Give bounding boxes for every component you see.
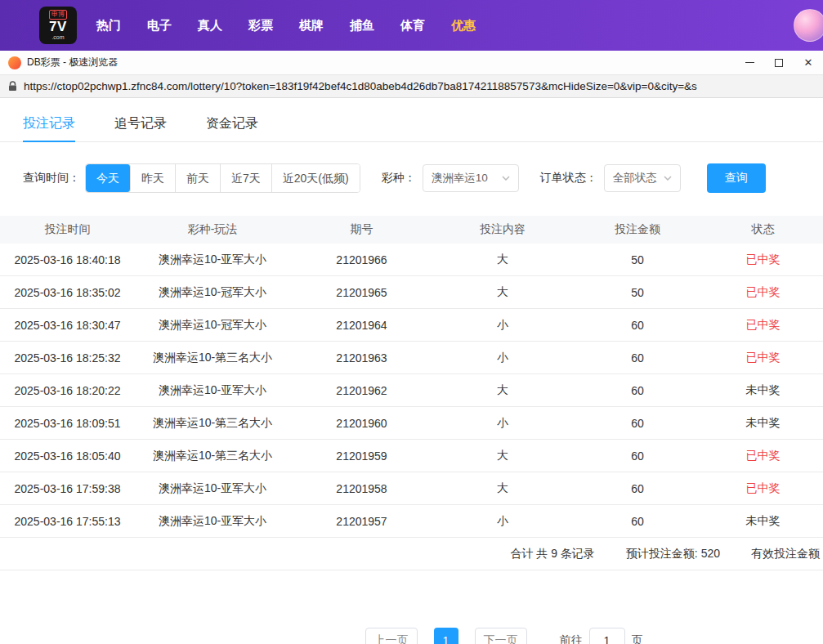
filter-bar: 查询时间： 今天昨天前天近7天近20天(低频) 彩种： 澳洲幸运10 订单状态：… bbox=[0, 163, 823, 193]
user-avatar[interactable] bbox=[794, 9, 823, 42]
cell-bet-content: 大 bbox=[433, 449, 572, 463]
summary-expected-amount: 预计投注金额: 520 bbox=[626, 547, 720, 561]
search-button[interactable]: 查询 bbox=[707, 163, 766, 193]
cell-status: 已中奖 bbox=[703, 351, 823, 365]
time-filter-button[interactable]: 近20天(低频) bbox=[272, 164, 360, 192]
minimize-icon bbox=[745, 62, 754, 63]
url-bar[interactable]: https://ctop02pchwp1.zfnc84.com/lottery/… bbox=[0, 75, 823, 98]
next-page-button[interactable]: 下一页 bbox=[475, 628, 527, 644]
cell-status: 未中奖 bbox=[703, 514, 823, 529]
cell-bet-amount: 60 bbox=[572, 319, 703, 332]
table-row: 2025-03-16 17:55:13澳洲幸运10-亚军大小21201957小6… bbox=[0, 505, 823, 538]
cell-issue-number: 21201964 bbox=[290, 319, 433, 332]
time-filter-button[interactable]: 昨天 bbox=[131, 164, 176, 192]
cell-bet-amount: 60 bbox=[572, 417, 703, 430]
cell-status: 未中奖 bbox=[703, 383, 823, 398]
status-select[interactable]: 全部状态 bbox=[604, 164, 681, 192]
cell-bet-content: 小 bbox=[433, 416, 572, 431]
cell-game-play: 澳洲幸运10-第三名大小 bbox=[135, 351, 290, 365]
window-title: DB彩票 - 极速浏览器 bbox=[27, 56, 118, 69]
cell-game-play: 澳洲幸运10-亚军大小 bbox=[135, 514, 290, 529]
close-icon: ✕ bbox=[804, 57, 813, 68]
summary-total: 合计 共 9 条记录 bbox=[510, 547, 594, 561]
cell-status: 已中奖 bbox=[703, 481, 823, 496]
column-header: 彩种-玩法 bbox=[135, 222, 290, 237]
cell-game-play: 澳洲幸运10-亚军大小 bbox=[135, 481, 290, 496]
cell-bet-time: 2025-03-16 18:40:18 bbox=[0, 253, 135, 266]
maximize-icon bbox=[775, 59, 783, 67]
goto-page-group: 前往 页 bbox=[560, 628, 643, 644]
goto-label: 前往 bbox=[560, 633, 583, 644]
time-filter-button[interactable]: 今天 bbox=[86, 164, 131, 192]
table-header-row: 投注时间彩种-玩法期号投注内容投注金额状态 bbox=[0, 216, 823, 244]
tab-bet-records[interactable]: 投注记录 bbox=[23, 106, 75, 141]
screen: 申博 7V .com 热门电子真人彩票棋牌捕鱼体育优惠 DB彩票 - 极速浏览器… bbox=[0, 0, 823, 644]
cell-bet-amount: 60 bbox=[572, 351, 703, 364]
chevron-down-icon bbox=[502, 176, 510, 181]
lottery-records-page: 投注记录追号记录资金记录 查询时间： 今天昨天前天近7天近20天(低频) 彩种：… bbox=[0, 98, 823, 644]
cell-bet-amount: 60 bbox=[572, 515, 703, 528]
table-row: 2025-03-16 17:59:38澳洲幸运10-亚军大小21201958大6… bbox=[0, 472, 823, 505]
cell-bet-content: 大 bbox=[433, 481, 572, 496]
table-row: 2025-03-16 18:25:32澳洲幸运10-第三名大小21201963小… bbox=[0, 342, 823, 374]
nav-item-hot[interactable]: 热门 bbox=[96, 18, 121, 34]
minimize-button[interactable] bbox=[735, 51, 764, 75]
table-row: 2025-03-16 18:05:40澳洲幸运10-第三名大小21201959大… bbox=[0, 440, 823, 472]
time-filter-group: 今天昨天前天近7天近20天(低频) bbox=[85, 163, 360, 193]
nav-item-live[interactable]: 真人 bbox=[198, 18, 222, 34]
summary-bar: 合计 共 9 条记录 预计投注金额: 520 有效投注金额 bbox=[0, 538, 823, 570]
maximize-button[interactable] bbox=[764, 51, 794, 75]
nav-item-slots[interactable]: 电子 bbox=[147, 18, 172, 34]
url-text: https://ctop02pchwp1.zfnc84.com/lottery/… bbox=[24, 80, 815, 92]
goto-suffix: 页 bbox=[632, 633, 643, 644]
goto-page-input[interactable] bbox=[589, 628, 625, 644]
records-tabs: 投注记录追号记录资金记录 bbox=[0, 106, 823, 142]
cell-game-play: 澳洲幸运10-亚军大小 bbox=[135, 383, 290, 398]
cell-bet-time: 2025-03-16 17:59:38 bbox=[0, 482, 135, 495]
summary-valid-amount: 有效投注金额 bbox=[751, 547, 820, 561]
cell-issue-number: 21201958 bbox=[290, 482, 433, 495]
time-filter-button[interactable]: 近7天 bbox=[221, 164, 272, 192]
titlebar-left: DB彩票 - 极速浏览器 bbox=[8, 56, 118, 69]
cell-game-play: 澳洲幸运10-冠军大小 bbox=[135, 285, 290, 300]
brand-logo-text: 7V bbox=[49, 20, 67, 34]
column-header: 投注时间 bbox=[0, 222, 135, 237]
nav-item-promo[interactable]: 优惠 bbox=[451, 18, 476, 34]
cell-issue-number: 21201957 bbox=[290, 515, 433, 528]
cell-game-play: 澳洲幸运10-第三名大小 bbox=[135, 416, 290, 431]
nav-item-lottery[interactable]: 彩票 bbox=[248, 18, 273, 34]
lottery-select-value: 澳洲幸运10 bbox=[432, 171, 488, 186]
cell-issue-number: 21201966 bbox=[290, 253, 433, 266]
close-button[interactable]: ✕ bbox=[794, 51, 823, 75]
tab-chase-records[interactable]: 追号记录 bbox=[114, 106, 167, 141]
nav-item-cards[interactable]: 棋牌 bbox=[299, 18, 324, 34]
table-row: 2025-03-16 18:40:18澳洲幸运10-亚军大小21201966大5… bbox=[0, 244, 823, 276]
top-navigation: 申博 7V .com 热门电子真人彩票棋牌捕鱼体育优惠 bbox=[0, 0, 823, 51]
status-filter-label: 订单状态： bbox=[540, 171, 597, 186]
cell-issue-number: 21201965 bbox=[290, 286, 433, 299]
cell-bet-amount: 60 bbox=[572, 384, 703, 397]
table-row: 2025-03-16 18:09:51澳洲幸运10-第三名大小21201960小… bbox=[0, 407, 823, 440]
bet-records-table: 投注时间彩种-玩法期号投注内容投注金额状态 2025-03-16 18:40:1… bbox=[0, 216, 823, 570]
cell-issue-number: 21201963 bbox=[290, 351, 433, 364]
brand-logo-domain: .com bbox=[51, 34, 64, 41]
cell-bet-time: 2025-03-16 18:35:02 bbox=[0, 286, 135, 299]
tab-fund-records[interactable]: 资金记录 bbox=[206, 106, 258, 141]
cell-bet-time: 2025-03-16 18:09:51 bbox=[0, 417, 135, 430]
browser-favicon-icon bbox=[8, 56, 21, 69]
nav-item-sports[interactable]: 体育 bbox=[400, 18, 425, 34]
cell-status: 已中奖 bbox=[703, 449, 823, 463]
brand-logo[interactable]: 申博 7V .com bbox=[39, 7, 77, 44]
status-select-value: 全部状态 bbox=[613, 171, 657, 186]
table-body: 2025-03-16 18:40:18澳洲幸运10-亚军大小21201966大5… bbox=[0, 244, 823, 538]
nav-item-fishing[interactable]: 捕鱼 bbox=[350, 18, 374, 34]
cell-bet-amount: 50 bbox=[572, 253, 703, 266]
prev-page-button[interactable]: 上一页 bbox=[365, 628, 418, 644]
column-header: 投注内容 bbox=[433, 222, 572, 237]
time-filter-button[interactable]: 前天 bbox=[176, 164, 221, 192]
lottery-select[interactable]: 澳洲幸运10 bbox=[423, 164, 519, 192]
cell-game-play: 澳洲幸运10-第三名大小 bbox=[135, 449, 290, 463]
current-page-button[interactable]: 1 bbox=[434, 628, 458, 644]
nav-items: 热门电子真人彩票棋牌捕鱼体育优惠 bbox=[83, 18, 489, 34]
lock-icon bbox=[8, 81, 17, 92]
